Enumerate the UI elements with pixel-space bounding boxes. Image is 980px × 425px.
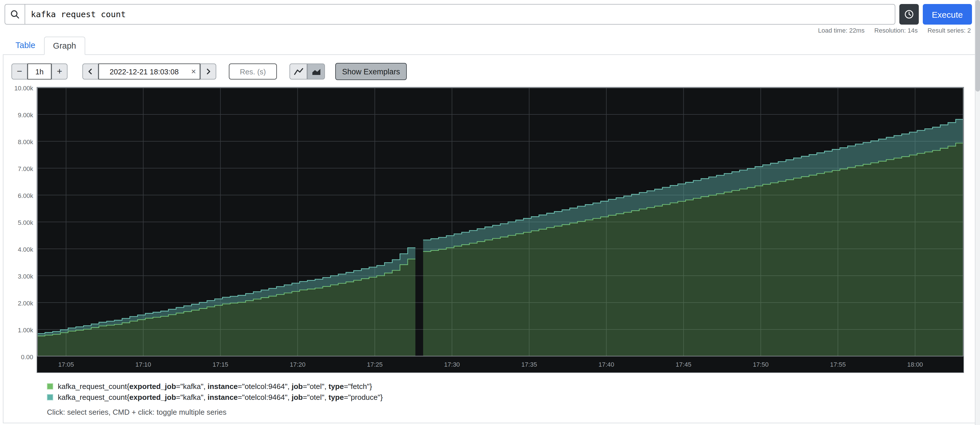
legend: kafka_request_count{exported_job="kafka"… [47,381,972,403]
y-axis: 0.001.00k2.00k3.00k4.00k5.00k6.00k7.00k8… [9,87,37,372]
y-axis-label: 0.00 [21,353,33,360]
y-axis-label: 9.00k [18,111,33,118]
y-axis-label: 4.00k [18,246,33,253]
back-time-button[interactable] [83,64,99,80]
search-icon-box [5,4,25,25]
stacked-chart-toggle[interactable] [307,64,325,80]
legend-label: kafka_request_count{exported_job="kafka"… [58,381,372,392]
x-axis-label: 17:20 [290,361,305,368]
plot-area[interactable]: 17:0517:1017:1517:2017:2517:3017:3517:40… [37,87,964,373]
query-bar: Execute [0,0,980,25]
range-stepper: − + [11,64,67,80]
range-increase-button[interactable]: + [51,64,67,80]
chart-type-toggle [290,64,325,80]
execute-button[interactable]: Execute [923,4,972,25]
range-decrease-button[interactable]: − [11,64,27,80]
y-axis-label: 8.00k [18,138,33,145]
stats-bar: Load time: 22ms Resolution: 14s Result s… [0,27,971,34]
y-axis-label: 10.00k [14,84,33,92]
x-axis-label: 17:40 [598,361,614,368]
y-axis-label: 1.00k [18,326,33,333]
prometheus-graph-page: Execute Load time: 22ms Resolution: 14s … [0,0,980,425]
legend-label: kafka_request_count{exported_job="kafka"… [58,392,383,403]
result-series-stat: Result series: 2 [928,27,971,34]
legend-swatch [47,383,53,390]
scrollbar[interactable] [975,0,980,425]
x-axis-label: 17:10 [135,361,151,368]
forward-time-button[interactable] [200,64,216,80]
stacked-chart-icon [311,67,321,76]
query-input[interactable] [25,4,895,25]
line-chart-icon [293,67,304,76]
range-input[interactable] [27,64,51,80]
x-axis-label: 17:25 [367,361,383,368]
x-axis-label: 17:05 [58,361,74,368]
time-settings-button[interactable] [899,4,919,25]
resolution-stat: Resolution: 14s [875,27,918,34]
end-time-field: ✕ [99,64,200,80]
x-axis-label: 17:55 [830,361,846,368]
show-exemplars-button[interactable]: Show Exemplars [335,63,407,80]
search-icon [10,9,20,19]
tab-bar: Table Graph [3,37,977,55]
legend-item[interactable]: kafka_request_count{exported_job="kafka"… [47,392,972,403]
load-time-stat: Load time: 22ms [818,27,865,34]
legend-item[interactable]: kafka_request_count{exported_job="kafka"… [47,381,972,392]
x-axis-label: 17:30 [444,361,460,368]
x-axis-label: 17:15 [213,361,228,368]
resolution-input[interactable] [229,64,277,80]
x-axis-label: 18:00 [907,361,923,368]
y-axis-label: 2.00k [18,300,33,307]
end-time-input[interactable] [99,64,200,80]
x-axis-label: 17:45 [676,361,691,368]
clock-icon [903,9,915,20]
scrollbar-thumb[interactable] [975,0,980,92]
line-chart-toggle[interactable] [290,64,307,80]
x-axis-label: 17:50 [753,361,768,368]
clear-time-button[interactable]: ✕ [191,67,196,75]
y-axis-label: 3.00k [18,273,33,280]
chevron-right-icon [205,68,212,75]
time-picker: ✕ [83,64,216,80]
y-axis-label: 5.00k [18,219,33,226]
legend-swatch [47,394,53,400]
tab-graph[interactable]: Graph [44,37,85,55]
chart: 0.001.00k2.00k3.00k4.00k5.00k6.00k7.00k8… [9,87,964,373]
y-axis-label: 6.00k [18,192,33,199]
tab-table[interactable]: Table [7,37,44,55]
chevron-left-icon [87,68,94,75]
legend-hint: Click: select series, CMD + click: toggl… [47,408,972,416]
graph-controls: − + ✕ [11,63,972,80]
y-axis-label: 7.00k [18,165,33,172]
graph-panel: − + ✕ [3,55,977,423]
x-axis-label: 17:35 [521,361,537,368]
